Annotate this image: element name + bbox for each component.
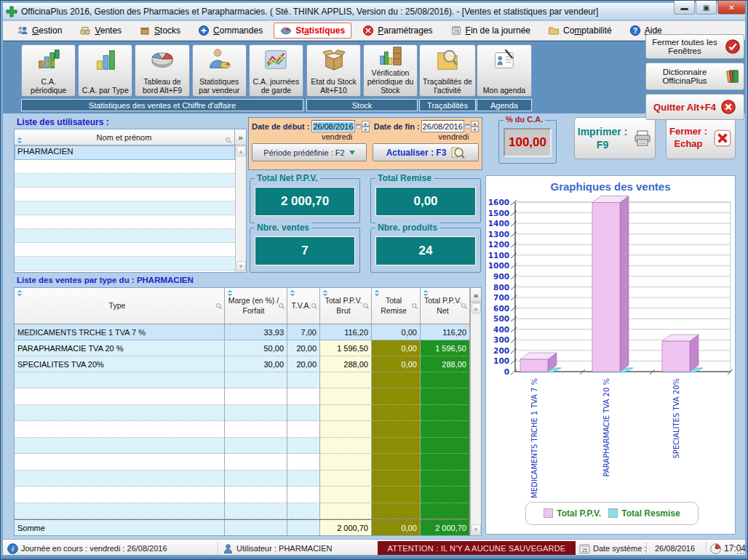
search-icon[interactable] xyxy=(461,303,468,310)
menu-param-trages[interactable]: Paramétrages xyxy=(356,23,439,39)
toolbar-button-statistiques-par-vendeur[interactable]: Statistiques par vendeur xyxy=(192,44,247,97)
date-end-stepper[interactable]: ▲▼ xyxy=(471,121,479,132)
toolbar-group-1: €¥£$C.A. périodiqueC.A. par TypeTableau … xyxy=(21,44,303,111)
print-button[interactable]: Imprimer :F9 xyxy=(574,117,656,159)
predefined-period-button[interactable]: Période prédéfinie : F2 xyxy=(252,143,367,161)
sales-bar-chart: 0100200300400500600700800900100011001200… xyxy=(486,195,736,500)
column-header-5[interactable]: Total Remise xyxy=(372,288,421,324)
table-row[interactable]: MEDICAMENTS TRCHE 1 TVA 7 %33,937,00116,… xyxy=(15,324,470,340)
toolbar-button-tableau-de-bord-alt-f9[interactable]: Tableau de bord Alt+F9 xyxy=(135,44,189,97)
table-row[interactable] xyxy=(15,421,470,437)
toolbar-button-mon-agenda[interactable]: Mon agenda xyxy=(477,44,532,97)
menu-ventes[interactable]: Ventes xyxy=(73,23,128,39)
menu-statistiques[interactable]: Statistiques xyxy=(274,23,351,39)
sort-icon[interactable] xyxy=(322,289,329,297)
sum-cell xyxy=(287,520,320,535)
sort-icon[interactable] xyxy=(16,289,23,297)
users-scrollbar[interactable]: ▲ ▼ xyxy=(235,145,246,272)
box-icon xyxy=(139,25,151,36)
date-start-input[interactable]: 26/08/2016 xyxy=(311,120,354,132)
close-button[interactable]: ✕ xyxy=(717,1,746,15)
folder-icon xyxy=(548,25,560,36)
user-row-empty[interactable] xyxy=(15,160,235,174)
calendar-icon[interactable] xyxy=(356,121,361,132)
menu-commandes[interactable]: Commandes xyxy=(191,23,269,39)
toolbar-button-v-rification-p-riodique-du-stock[interactable]: Vérification périodique du Stock xyxy=(363,44,418,97)
search-icon[interactable] xyxy=(278,303,285,310)
table-cell xyxy=(421,421,470,437)
menu-gestion[interactable]: Gestion xyxy=(10,23,68,39)
table-row[interactable]: SPECIALITES TVA 20%30,0020,00288,000,002… xyxy=(15,356,470,372)
table-row[interactable] xyxy=(15,503,470,519)
users-column-header[interactable]: Nom et prénom » xyxy=(15,129,246,145)
scroll-down-icon[interactable]: ▼ xyxy=(236,261,246,271)
search-icon[interactable] xyxy=(311,303,318,310)
toolbar-button-c-a-journ-es-de-garde[interactable]: C.A. journées de garde xyxy=(249,44,303,97)
column-header-4[interactable]: Total P.P.V. Brut xyxy=(320,288,372,324)
table-cell: 116,20 xyxy=(421,324,470,340)
table-row[interactable]: PARAPHARMACIE TVA 20 %50,0020,001 596,50… xyxy=(15,340,470,356)
user-row-empty[interactable] xyxy=(15,243,235,257)
date-start-stepper[interactable]: ▲▼ xyxy=(362,121,370,132)
user-row-empty[interactable] xyxy=(15,257,235,271)
close-x-icon xyxy=(713,129,732,148)
table-cell xyxy=(225,388,287,404)
table-row[interactable] xyxy=(15,454,470,470)
search-icon[interactable] xyxy=(411,303,418,310)
table-row[interactable] xyxy=(15,405,470,421)
sort-icon[interactable] xyxy=(226,289,234,297)
calendar-icon[interactable] xyxy=(465,121,470,132)
search-icon[interactable] xyxy=(225,134,232,141)
user-row[interactable]: PHARMACIEN xyxy=(15,145,235,160)
table-row[interactable] xyxy=(15,438,470,454)
sort-icon[interactable] xyxy=(373,289,381,297)
table-cell xyxy=(15,487,225,503)
close-window-button[interactable]: Fermer :Echap xyxy=(666,117,736,159)
table-row[interactable] xyxy=(15,487,470,503)
dropdown-arrow-icon xyxy=(349,151,355,155)
column-header-2[interactable]: Marge (en %) / Forfait xyxy=(225,288,287,324)
column-header-3[interactable]: T.V.A. xyxy=(287,288,320,324)
table-row[interactable] xyxy=(15,372,470,388)
scroll-up-icon[interactable]: ▲ xyxy=(472,303,481,313)
sales-expand-button[interactable]: » xyxy=(471,288,481,303)
button-fermer-toutes-les-fen-tres[interactable]: Fermer toutes les Fenêtres xyxy=(645,34,744,59)
table-row[interactable] xyxy=(15,471,470,487)
toolbar-group-band: Statistiques des ventes et Chiffre d'aff… xyxy=(21,99,303,111)
search-icon[interactable] xyxy=(362,303,370,310)
menu-fin-de-la-journ-e[interactable]: 25Fin de la journée xyxy=(444,23,537,39)
date-end-input[interactable]: 26/08/2016 xyxy=(421,120,464,132)
scroll-up-icon[interactable]: ▲ xyxy=(236,146,246,156)
svg-text:25: 25 xyxy=(453,29,459,34)
toolbar-button-tra-abilit-s-de-l-activit-[interactable]: Traçabilités de l'activité xyxy=(419,44,476,97)
sort-icon[interactable] xyxy=(289,289,296,297)
refresh-button[interactable]: Actualiser : F3 xyxy=(373,143,479,161)
user-row-empty[interactable] xyxy=(15,215,235,229)
user-row-empty[interactable] xyxy=(15,174,235,188)
toolbar-button-etat-du-stock-alt-f10[interactable]: Etat du Stock Alt+F10 xyxy=(306,44,361,97)
toolbar-button-c-a-p-riodique[interactable]: €¥£$C.A. périodique xyxy=(21,44,76,97)
users-expand-button[interactable]: » xyxy=(234,129,246,145)
svg-text:400: 400 xyxy=(493,325,509,334)
sort-icon[interactable] xyxy=(422,289,429,297)
user-row-empty[interactable] xyxy=(15,201,235,215)
table-cell xyxy=(15,421,225,437)
user-row-empty[interactable] xyxy=(15,229,235,243)
table-cell: 50,00 xyxy=(225,340,287,356)
menu-stocks[interactable]: Stocks xyxy=(132,23,187,39)
table-row[interactable] xyxy=(15,388,470,404)
scroll-down-icon[interactable]: ▼ xyxy=(472,524,481,535)
minimize-button[interactable]: ▬ xyxy=(674,1,695,15)
menu-comptabilit-[interactable]: Comptabilité xyxy=(541,23,618,39)
toolbar-button-c-a-par-type[interactable]: C.A. par Type xyxy=(78,44,132,97)
sales-table-header: TypeMarge (en %) / ForfaitT.V.A.Total P.… xyxy=(15,288,470,324)
sort-icon[interactable] xyxy=(16,134,23,141)
maximize-button[interactable]: ▣ xyxy=(696,1,717,15)
user-row-empty[interactable] xyxy=(15,188,235,201)
button-quitter-alt-f4[interactable]: Quitter Alt+F4 xyxy=(645,94,744,120)
column-header-1[interactable]: Type xyxy=(15,288,225,324)
search-icon[interactable] xyxy=(215,303,223,310)
column-header-6[interactable]: Total P.P.V. Net xyxy=(421,288,470,324)
table-cell xyxy=(225,487,287,503)
button-dictionnaire-officinaplus[interactable]: Dictionnaire OfficinaPlus xyxy=(645,63,744,90)
